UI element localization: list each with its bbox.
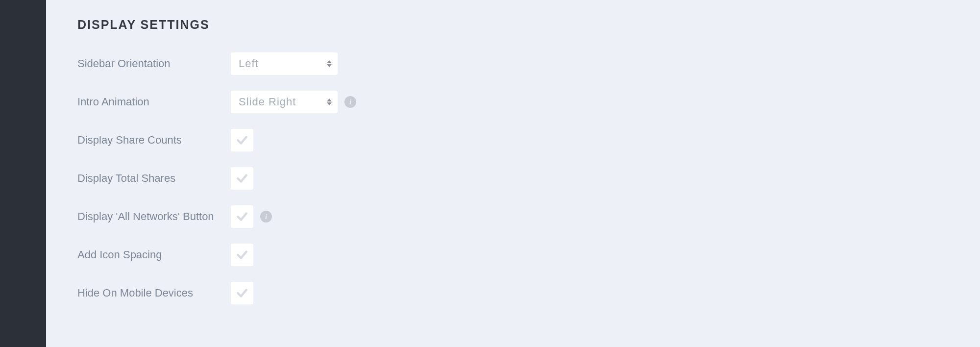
chevron-updown-icon	[327, 60, 332, 67]
checkbox-display-share-counts[interactable]	[231, 129, 253, 151]
label-add-icon-spacing: Add Icon Spacing	[77, 248, 231, 261]
row-display-total-shares: Display Total Shares	[77, 167, 980, 190]
section-title: DISPLAY SETTINGS	[77, 18, 980, 32]
select-value: Slide Right	[239, 96, 296, 108]
label-display-share-counts: Display Share Counts	[77, 134, 231, 147]
sidebar-strip	[0, 0, 46, 347]
row-add-icon-spacing: Add Icon Spacing	[77, 244, 980, 266]
row-hide-on-mobile: Hide On Mobile Devices	[77, 282, 980, 304]
label-display-total-shares: Display Total Shares	[77, 172, 231, 185]
row-sidebar-orientation: Sidebar Orientation Left	[77, 52, 980, 75]
label-sidebar-orientation: Sidebar Orientation	[77, 57, 231, 70]
info-icon[interactable]: i	[344, 96, 356, 108]
check-icon	[236, 134, 248, 147]
info-icon[interactable]: i	[260, 211, 272, 223]
select-sidebar-orientation[interactable]: Left	[231, 52, 338, 75]
label-hide-on-mobile: Hide On Mobile Devices	[77, 287, 231, 299]
check-icon	[236, 287, 248, 299]
check-icon	[236, 172, 248, 185]
check-icon	[236, 248, 248, 261]
check-icon	[236, 210, 248, 223]
label-display-all-networks: Display 'All Networks' Button	[77, 210, 231, 223]
row-display-all-networks: Display 'All Networks' Button i	[77, 205, 980, 228]
chevron-updown-icon	[327, 99, 332, 105]
checkbox-add-icon-spacing[interactable]	[231, 244, 253, 266]
checkbox-display-all-networks[interactable]	[231, 205, 253, 228]
checkbox-display-total-shares[interactable]	[231, 167, 253, 190]
settings-panel: DISPLAY SETTINGS Sidebar Orientation Lef…	[46, 0, 980, 347]
select-value: Left	[239, 57, 259, 70]
row-intro-animation: Intro Animation Slide Right i	[77, 91, 980, 113]
label-intro-animation: Intro Animation	[77, 96, 231, 108]
checkbox-hide-on-mobile[interactable]	[231, 282, 253, 304]
row-display-share-counts: Display Share Counts	[77, 129, 980, 151]
select-intro-animation[interactable]: Slide Right	[231, 91, 338, 113]
